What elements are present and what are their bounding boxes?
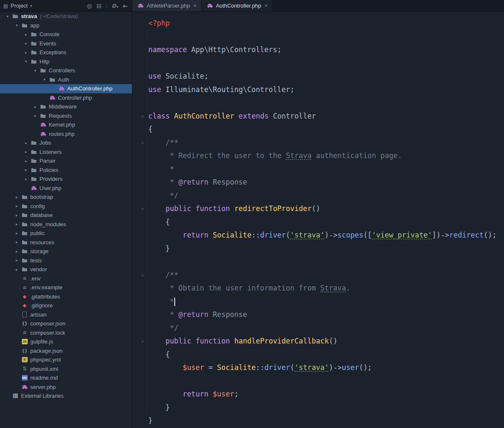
code-line[interactable]: * — [148, 163, 504, 176]
project-view-selector[interactable]: ▤ Project ▾ — [3, 3, 32, 9]
tree-item-bootstrap[interactable]: ▸bootstrap — [0, 193, 132, 202]
tree-item-jobs[interactable]: ▸Jobs — [0, 138, 132, 148]
code-line[interactable]: { — [148, 123, 504, 136]
tree-chevron-icon[interactable]: ▸ — [22, 150, 30, 154]
tree-item-strava[interactable]: ▾strava(~/Code/strava) — [0, 12, 132, 21]
tree-item-external-libraries[interactable]: External Libraries — [0, 391, 132, 401]
tree-item-controllers[interactable]: ▾Controllers — [0, 66, 132, 75]
tree-chevron-icon[interactable]: ▸ — [13, 195, 21, 199]
tree-item-controller-php[interactable]: Controller.php — [0, 93, 132, 103]
code-line[interactable]: namespace App\Http\Controllers; — [148, 43, 504, 57]
tree-item-policies[interactable]: ▸Policies — [0, 166, 132, 175]
tree-item-artisan[interactable]: artisan — [0, 310, 132, 320]
tree-item-tests[interactable]: ▸tests — [0, 256, 132, 265]
code-line[interactable]: use Illuminate\Routing\Controller; — [148, 83, 504, 97]
code-line[interactable]: * @return Response — [148, 308, 504, 322]
tree-item-gulpfile-js[interactable]: JSgulpfile.js — [0, 337, 132, 346]
fold-chevron-icon[interactable]: ∨ — [132, 136, 147, 150]
code-line[interactable]: return $user; — [148, 388, 504, 401]
code-line[interactable]: public function redirectToProvider() — [148, 202, 504, 216]
close-icon[interactable]: × — [193, 3, 197, 9]
tree-item-composer-json[interactable]: {}composer.json — [0, 319, 132, 328]
code-line[interactable]: * Obtain the user information from Strav… — [148, 282, 504, 295]
tree-item-http[interactable]: ▾Http — [0, 57, 132, 66]
tree-item-phpunit-xml[interactable]: ⇅phpunit.xml — [0, 365, 132, 374]
tree-chevron-icon[interactable]: ▸ — [13, 204, 21, 208]
tree-item-readme-md[interactable]: MDreadme.md — [0, 373, 132, 383]
code-line[interactable]: return Socialite::driver('strava')->scop… — [148, 229, 504, 242]
tree-chevron-icon[interactable]: ▾ — [13, 23, 21, 27]
tree-item-parser[interactable]: ▸Parser — [0, 156, 132, 166]
tree-chevron-icon[interactable]: ▸ — [13, 213, 21, 217]
tree-item-requests[interactable]: ▸Requests — [0, 111, 132, 121]
tab-authcontroller-php[interactable]: AuthController.php × — [202, 0, 273, 11]
tree-item-authcontroller-php[interactable]: AuthController.php — [0, 84, 132, 93]
tree-chevron-icon[interactable]: ▸ — [13, 267, 21, 272]
tree-item-events[interactable]: ▸Events — [0, 39, 132, 48]
code-line[interactable]: } — [148, 414, 504, 428]
code-line[interactable]: { — [148, 348, 504, 362]
tree-item-console[interactable]: ▸Console — [0, 30, 132, 39]
collapse-all-icon[interactable]: ⊟ — [97, 3, 102, 9]
tree-item-app[interactable]: ▾app — [0, 21, 132, 30]
tree-item-phpspec-yml[interactable]: Yphpspec.yml — [0, 355, 132, 365]
project-tree[interactable]: ▾strava(~/Code/strava)▾app▸Console▸Event… — [0, 12, 132, 428]
tree-item-storage[interactable]: ▸storage — [0, 247, 132, 256]
tree-item-resources[interactable]: ▸resources — [0, 238, 132, 247]
code-line[interactable]: $user = Socialite::driver('strava')->use… — [148, 361, 504, 375]
tree-chevron-icon[interactable]: ▾ — [3, 14, 12, 18]
hide-panel-icon[interactable]: ⇤ — [123, 3, 128, 9]
tree-item-gitattributes[interactable]: ◆.gitattributes — [0, 292, 132, 301]
code-line[interactable]: */ — [148, 189, 504, 203]
tree-item-package-json[interactable]: {}package.json — [0, 346, 132, 356]
close-icon[interactable]: × — [265, 3, 268, 9]
tree-chevron-icon[interactable]: ▾ — [22, 59, 30, 63]
code-line[interactable]: * @return Response — [148, 176, 504, 189]
code-line[interactable]: use Socialite; — [148, 70, 504, 83]
code-line[interactable]: * Redirect the user to the Strava authen… — [148, 149, 504, 163]
tree-item-middleware[interactable]: ▸Middleware — [0, 102, 132, 111]
tree-chevron-icon[interactable]: ▸ — [22, 168, 30, 172]
tab-athleteparser-php[interactable]: AthleteParser.php × — [132, 0, 202, 11]
tree-chevron-icon[interactable]: ▸ — [13, 222, 21, 226]
tree-item-kernel-php[interactable]: Kernel.php — [0, 120, 132, 129]
tree-chevron-icon[interactable]: ▸ — [22, 177, 30, 181]
code-line[interactable] — [148, 57, 504, 70]
tree-chevron-icon[interactable]: ▸ — [31, 114, 39, 118]
fold-chevron-icon[interactable]: ∨ — [132, 202, 147, 216]
tree-item-user-php[interactable]: User.php — [0, 184, 132, 193]
fold-chevron-icon[interactable]: ∨ — [132, 110, 147, 123]
code-line[interactable]: } — [148, 242, 504, 256]
fold-chevron-icon[interactable]: ∨ — [132, 269, 147, 282]
tree-chevron-icon[interactable]: ▸ — [22, 159, 30, 163]
tree-item-exceptions[interactable]: ▸Exceptions — [0, 48, 132, 57]
tree-chevron-icon[interactable]: ▸ — [13, 240, 21, 244]
code-line[interactable]: * — [148, 295, 504, 309]
tree-chevron-icon[interactable]: ▸ — [22, 50, 30, 55]
code-line[interactable]: */ — [148, 322, 504, 335]
code-line[interactable]: /** — [148, 136, 504, 150]
tree-chevron-icon[interactable]: ▸ — [13, 249, 21, 254]
code-line[interactable] — [148, 30, 504, 44]
code-line[interactable]: /** — [148, 269, 504, 282]
tree-item-env-example[interactable]: ≡.env.example — [0, 283, 132, 292]
tree-chevron-icon[interactable]: ▸ — [31, 105, 39, 109]
tree-chevron-icon[interactable]: ▸ — [13, 231, 21, 235]
tree-item-config[interactable]: ▸config — [0, 202, 132, 211]
tree-chevron-icon[interactable]: ▾ — [40, 77, 49, 82]
tree-item-server-php[interactable]: server.php — [0, 383, 132, 392]
tree-chevron-icon[interactable]: ▸ — [13, 258, 21, 262]
fold-chevron-icon[interactable]: ∨ — [132, 335, 147, 348]
tree-item-routes-php[interactable]: routes.php — [0, 129, 132, 139]
settings-gear-icon[interactable]: ⚙▾ — [111, 3, 118, 9]
code-line[interactable]: { — [148, 216, 504, 229]
code-line[interactable]: } — [148, 401, 504, 415]
code-line[interactable]: <?php — [148, 17, 504, 30]
code-line[interactable] — [148, 96, 504, 110]
code-line[interactable]: public function handleProviderCallback() — [148, 335, 504, 348]
tree-chevron-icon[interactable]: ▸ — [22, 41, 30, 45]
tree-item-composer-lock[interactable]: ≡composer.lock — [0, 328, 132, 338]
tree-item-database[interactable]: ▸database — [0, 211, 132, 220]
tree-item-node-modules[interactable]: ▸node_modules — [0, 220, 132, 229]
tree-chevron-icon[interactable]: ▸ — [22, 141, 30, 145]
